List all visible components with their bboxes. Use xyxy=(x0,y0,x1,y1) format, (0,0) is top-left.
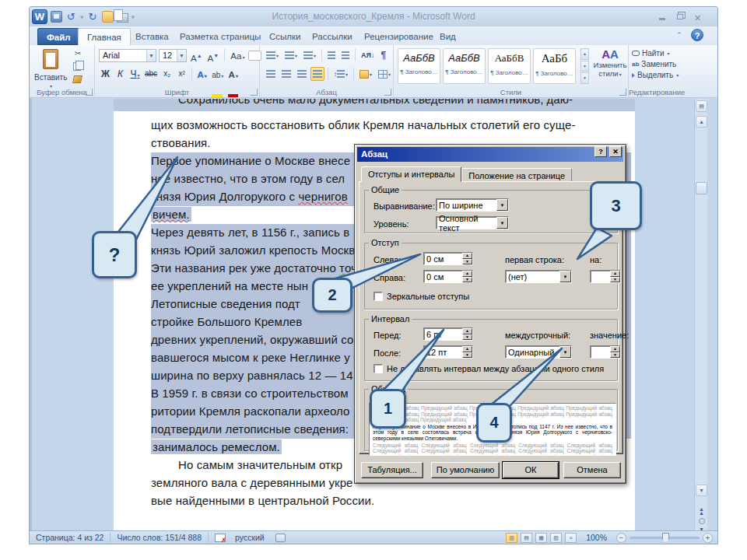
copy-icon[interactable] xyxy=(73,62,81,71)
first-line-by-spinner[interactable]: ▲▼ xyxy=(590,270,621,283)
dialog-help-icon[interactable]: ? xyxy=(594,146,607,157)
scrollbar-thumb[interactable] xyxy=(696,182,707,194)
zoom-in-icon[interactable]: + xyxy=(703,533,713,543)
chevron-down-icon[interactable]: ▼ xyxy=(559,271,571,282)
align-center-button[interactable] xyxy=(279,67,293,81)
dialog-title-bar[interactable]: Абзац xyxy=(357,147,623,162)
mirror-indents-checkbox[interactable]: Зеркальные отступы xyxy=(374,292,469,301)
word-count[interactable]: Число слов: 151/4 888 xyxy=(110,533,208,542)
tab-file[interactable]: Файл xyxy=(37,28,80,45)
scroll-down-icon[interactable]: ▼ xyxy=(696,485,707,496)
spacing-at-spinner[interactable]: ▲▼ xyxy=(590,345,621,359)
chevron-down-icon[interactable]: ▼ xyxy=(496,217,508,229)
no-space-same-style-checkbox[interactable]: Не добавлять интервал между абзацами одн… xyxy=(374,364,604,373)
align-left-button[interactable] xyxy=(264,67,278,81)
styles-gallery-more-icon[interactable]: ▼ xyxy=(580,72,589,84)
tab-indents-spacing[interactable]: Отступы и интервалы xyxy=(361,166,461,182)
sort-button[interactable]: АЯ↓ xyxy=(359,48,377,62)
paste-button[interactable]: Вставить ▾ xyxy=(33,47,68,86)
superscript-button[interactable]: х² xyxy=(175,67,188,81)
change-styles-button[interactable]: АА Изменить стили▾ xyxy=(593,47,627,86)
level-dropdown[interactable]: Основной текст ▼ xyxy=(436,216,509,229)
alignment-dropdown[interactable]: По ширине ▼ xyxy=(436,198,509,212)
zoom-out-icon[interactable]: − xyxy=(616,533,626,543)
shrink-font-button[interactable]: А▼ xyxy=(206,48,221,62)
collapse-ribbon-icon[interactable]: ⌃ xyxy=(674,31,685,40)
chevron-down-icon[interactable]: ▼ xyxy=(496,199,508,211)
spacing-before-spinner[interactable]: 6 пт ▲▼ xyxy=(423,327,473,341)
ok-button[interactable]: ОК xyxy=(503,462,559,478)
format-painter-icon[interactable] xyxy=(72,75,82,83)
tab-review[interactable]: Рецензирование xyxy=(356,28,442,45)
tab-insert[interactable]: Вставка xyxy=(127,28,177,45)
font-name-combo[interactable]: Arial▼ xyxy=(99,49,156,62)
bullets-button[interactable]: ▾ xyxy=(264,48,281,62)
style-card[interactable]: АаБбВ ¶ Заголово… xyxy=(398,48,440,84)
indent-right-spinner[interactable]: 0 см ▲▼ xyxy=(423,270,473,283)
decrease-indent-button[interactable] xyxy=(325,48,338,62)
language-indicator[interactable]: русский xyxy=(229,533,271,542)
indent-left-spinner[interactable]: 0 см ▲▼ xyxy=(423,252,473,265)
font-dialog-launcher[interactable] xyxy=(251,89,258,96)
style-card[interactable]: АаБб ¶ Заголово… xyxy=(533,48,576,84)
chevron-down-icon[interactable]: ▼ xyxy=(559,346,571,358)
outline-view-icon[interactable]: ▧ xyxy=(550,533,562,543)
zoom-slider-handle[interactable] xyxy=(662,533,669,543)
line-spacing-dropdown[interactable]: Одинарный ▼ xyxy=(505,345,572,359)
tab-home[interactable]: Главная xyxy=(78,28,131,45)
ruler-toggle-icon[interactable]: ▤ xyxy=(696,100,707,112)
close-icon[interactable]: ✕ xyxy=(692,12,703,22)
paragraph-dialog-launcher[interactable] xyxy=(384,89,391,96)
font-size-combo[interactable]: 12▼ xyxy=(159,49,187,62)
print-layout-view-icon[interactable]: ▥ xyxy=(506,533,517,543)
select-button[interactable]: Выделить▾ xyxy=(632,71,679,79)
style-card[interactable]: АаБбВ ¶ Заголово… xyxy=(443,48,486,84)
multilevel-list-button[interactable]: ▾ xyxy=(301,48,318,62)
zoom-slider[interactable] xyxy=(630,537,700,539)
tab-view[interactable]: Вид xyxy=(431,28,465,45)
previous-page-icon[interactable]: ▲▲ xyxy=(699,507,704,515)
clipboard-dialog-launcher[interactable] xyxy=(86,89,93,96)
spellcheck-icon[interactable] xyxy=(215,534,226,542)
underline-button[interactable]: Ч▾ xyxy=(128,67,142,81)
line-spacing-button[interactable]: ↕▾ xyxy=(331,67,350,81)
cancel-button[interactable]: Отмена xyxy=(563,462,621,478)
subscript-button[interactable]: х₂ xyxy=(160,67,174,81)
replace-button[interactable]: ab Заменить xyxy=(632,60,679,68)
font-color-button[interactable]: А▾ xyxy=(226,67,240,81)
highlight-color-button[interactable]: ab▾ xyxy=(210,67,225,81)
text-effects-button[interactable]: А▾ xyxy=(195,67,209,81)
page-indicator[interactable]: Страница: 4 из 22 xyxy=(30,533,110,542)
scroll-up-icon[interactable]: ▲ xyxy=(696,116,707,128)
first-line-dropdown[interactable]: (нет) ▼ xyxy=(505,270,572,283)
tab-page-layout[interactable]: Разметка страницы xyxy=(171,28,269,45)
tab-mailings[interactable]: Рассылки xyxy=(303,28,361,45)
find-button[interactable]: Найти▾ xyxy=(632,49,679,58)
italic-button[interactable]: К xyxy=(114,67,127,81)
restore-icon[interactable] xyxy=(674,12,686,22)
zoom-level[interactable]: 100% xyxy=(580,533,613,542)
align-right-button[interactable] xyxy=(295,67,309,81)
tab-references[interactable]: Ссылки xyxy=(261,28,310,45)
minimize-icon[interactable] xyxy=(656,12,668,22)
tabs-button[interactable]: Табуляция... xyxy=(361,462,423,478)
grow-font-button[interactable]: А▲ xyxy=(189,48,204,62)
strikethrough-button[interactable]: abc xyxy=(143,67,159,81)
styles-scroll-up-icon[interactable]: ▲ xyxy=(580,48,589,60)
help-icon[interactable]: ? xyxy=(691,29,703,41)
language-bar-icon[interactable] xyxy=(275,534,286,542)
web-layout-view-icon[interactable]: ▦ xyxy=(535,533,547,543)
select-browse-object-icon[interactable] xyxy=(699,518,705,524)
draft-view-icon[interactable]: ≡ xyxy=(565,533,577,543)
tab-line-page-breaks[interactable]: Положение на странице xyxy=(461,168,572,182)
cut-icon[interactable]: ✂ xyxy=(72,48,84,59)
default-button[interactable]: По умолчанию xyxy=(431,462,500,478)
show-paragraph-marks-button[interactable]: ¶ xyxy=(379,48,389,62)
borders-button[interactable]: ▾ xyxy=(376,67,393,81)
change-case-button[interactable]: Аа▾ xyxy=(229,48,246,62)
increase-indent-button[interactable] xyxy=(339,48,352,62)
justify-button[interactable] xyxy=(310,67,324,81)
styles-dialog-launcher[interactable] xyxy=(619,89,626,96)
bold-button[interactable]: Ж xyxy=(99,67,112,81)
vertical-scrollbar[interactable]: ▤ ▲ ▼ ▲▲ ▼▼ xyxy=(694,99,707,538)
